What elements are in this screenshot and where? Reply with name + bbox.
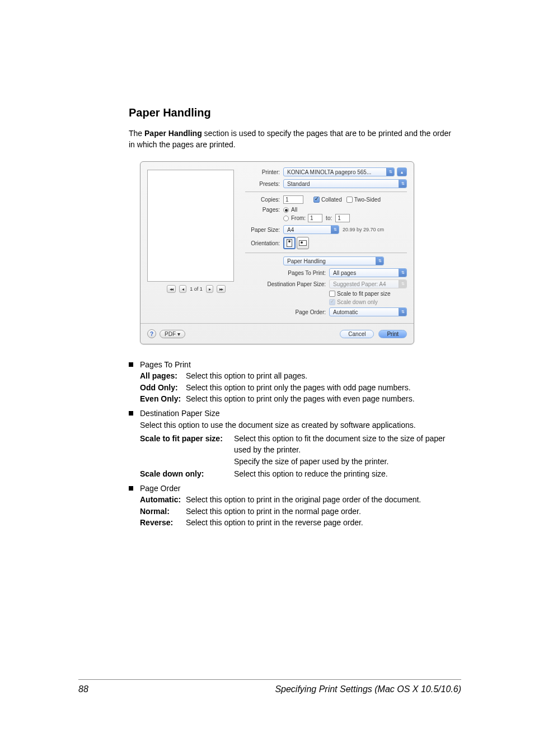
orientation-portrait-button[interactable] [283,237,296,249]
allpages-term: All pages: [140,370,186,381]
normal-desc: Select this option to print in the norma… [186,506,456,517]
po-title: Page Order [140,483,456,494]
pages-to-print-label: Pages To Print: [259,270,329,276]
nav-prev-button[interactable]: ◂ [179,285,186,293]
footer-title: Specifying Print Settings (Mac OS X 10.5… [88,684,461,694]
nav-counter: 1 of 1 [190,286,203,292]
scalefit-term: Scale to fit paper size: [140,433,234,456]
automatic-term: Automatic: [140,494,186,505]
nav-next-button[interactable]: ▸ [206,285,213,293]
pages-all-label: All [291,207,297,213]
bullet-icon [129,486,133,491]
dps-intro: Select this option to use the document s… [140,419,456,431]
twosided-checkbox[interactable]: Two-Sided [346,197,381,203]
pages-label: Pages: [245,207,283,213]
section-heading: Paper Handling [129,106,456,119]
pane-select[interactable]: Paper Handling⇅ [283,256,384,265]
page-order-select[interactable]: Automatic⇅ [329,307,407,316]
printer-select[interactable]: KONICA MINOLTA pagepro 565...⇅ [283,167,395,176]
cancel-button[interactable]: Cancel [340,330,374,338]
dps-title: Destination Paper Size [140,408,456,419]
print-button[interactable]: Print [378,330,407,338]
to-label: to: [326,215,332,221]
papersize-select[interactable]: A4⇅ [283,225,339,234]
pages-to-print-select[interactable]: All pages⇅ [329,268,407,277]
to-input[interactable]: 1 [335,214,350,222]
dest-papersize-label: Destination Paper Size: [259,281,329,287]
pages-from-radio[interactable] [283,216,289,221]
scalefit-note: Specify the size of paper used by the pr… [234,456,456,467]
pdf-menu-button[interactable]: PDF ▾ [160,330,185,338]
copies-input[interactable]: 1 [283,195,303,204]
page-order-label: Page Order: [259,309,329,315]
help-button[interactable]: ? [147,329,156,338]
presets-label: Presets: [245,181,283,187]
copies-label: Copies: [245,197,283,203]
scaledown-term: Scale down only: [140,468,234,479]
bullet-icon [129,362,133,367]
scale-to-fit-checkbox[interactable]: Scale to fit paper size [329,291,391,297]
papersize-dims: 20.99 by 29.70 cm [343,227,384,232]
printer-status-button[interactable]: ▴ [397,167,407,176]
dest-papersize-select: Suggested Paper: A4⇅ [329,279,407,288]
section-intro: The Paper Handling section is used to sp… [129,128,456,150]
nav-last-button[interactable]: ▸▸ [217,285,226,293]
page-preview [147,170,234,282]
bullet-icon [129,411,133,416]
evenonly-desc: Select this option to print only the pag… [186,393,456,404]
printer-label: Printer: [245,169,283,175]
oddonly-desc: Select this option to print only the pag… [186,382,456,393]
collated-checkbox[interactable]: Collated [313,197,342,203]
normal-term: Normal: [140,506,186,517]
pages-all-radio[interactable] [283,207,289,213]
pages-from-label: From: [291,215,306,221]
print-dialog: ◂◂ ◂ 1 of 1 ▸ ▸▸ Printer: KONICA MINOLTA… [140,161,414,344]
reverse-term: Reverse: [140,517,186,528]
nav-first-button[interactable]: ◂◂ [167,285,176,293]
scaledown-desc: Select this option to reduce the printin… [234,468,456,479]
reverse-desc: Select this option to print in the rever… [186,517,456,528]
orientation-landscape-button[interactable] [297,237,309,249]
page-number: 88 [78,684,88,694]
oddonly-term: Odd Only: [140,382,186,393]
scalefit-desc: Select this option to fit the document s… [234,433,456,456]
orientation-label: Orientation: [245,240,283,246]
automatic-desc: Select this option to print in the origi… [186,494,456,505]
evenonly-term: Even Only: [140,393,186,404]
allpages-desc: Select this option to print all pages. [186,370,456,381]
ptp-title: Pages To Print [140,359,456,370]
scale-down-only-checkbox: Scale down only [329,299,378,305]
presets-select[interactable]: Standard⇅ [283,179,407,188]
papersize-label: Paper Size: [245,227,283,233]
from-input[interactable]: 1 [308,214,322,222]
